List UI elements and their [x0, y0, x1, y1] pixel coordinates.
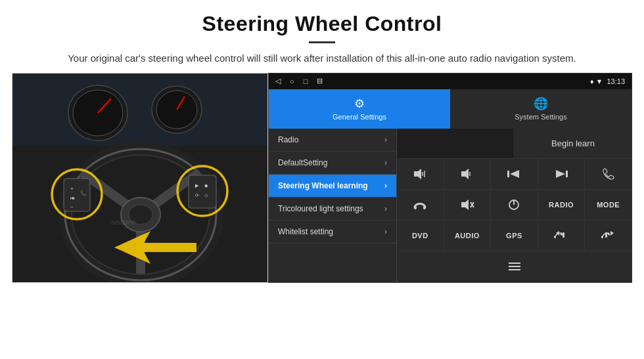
general-settings-icon: ⚙ — [354, 96, 365, 111]
svg-text:−: − — [467, 178, 470, 180]
nav-recent-icon[interactable]: □ — [304, 77, 308, 85]
nav-buttons: ◁ ○ □ ⊟ — [275, 77, 323, 85]
menu-panel: Radio › DefaultSetting › Steering Wheel … — [269, 129, 397, 282]
call-prev-icon — [554, 230, 568, 241]
svg-rect-49 — [554, 236, 556, 238]
svg-text:+: + — [419, 178, 423, 180]
menu-item-steering[interactable]: Steering Wheel learning › — [269, 175, 396, 198]
page-container: Steering Wheel Control Your original car… — [0, 0, 644, 289]
menu-list-button[interactable] — [397, 251, 632, 282]
menu-steering-label: Steering Wheel learning — [278, 181, 384, 190]
system-settings-icon: 🌐 — [534, 96, 548, 111]
control-row-4 — [397, 251, 632, 282]
status-indicators: ♦ ▼ 13:13 — [590, 77, 625, 85]
svg-rect-57 — [509, 263, 520, 264]
menu-whitelist-label: Whitelist setting — [278, 227, 384, 236]
android-ui-panel: ◁ ○ □ ⊟ ♦ ▼ 13:13 ⚙ General Settings 🌐 — [268, 73, 632, 283]
svg-rect-40 — [566, 171, 568, 177]
audio-button[interactable]: AUDIO — [444, 221, 492, 251]
svg-text:⏮: ⏮ — [70, 196, 75, 200]
control-row-3: DVD AUDIO GPS — [397, 221, 632, 251]
volume-down-button[interactable]: − — [444, 159, 492, 189]
dvd-button[interactable]: DVD — [397, 221, 444, 251]
svg-rect-58 — [509, 266, 520, 267]
status-bar: ◁ ○ □ ⊟ ♦ ▼ 13:13 — [269, 74, 632, 89]
svg-marker-56 — [610, 231, 614, 236]
menu-tricoloured-label: Tricoloured light settings — [278, 204, 384, 213]
call-prev-button[interactable] — [538, 221, 586, 251]
menu-item-tricoloured[interactable]: Tricoloured light settings › — [269, 198, 396, 221]
menu-item-whitelist[interactable]: Whitelist setting › — [269, 221, 396, 243]
hang-up-icon — [413, 199, 426, 211]
menu-default-label: DefaultSetting — [278, 158, 384, 167]
header-subtitle: Your original car's steering wheel contr… — [66, 51, 578, 66]
menu-radio-chevron: › — [384, 135, 387, 144]
prev-track-button[interactable] — [491, 159, 538, 189]
svg-rect-43 — [423, 206, 426, 209]
tab-system-label: System Settings — [515, 113, 566, 121]
prev-track-icon — [507, 169, 520, 179]
power-icon — [508, 199, 520, 211]
hang-up-button[interactable] — [397, 190, 444, 220]
control-grid: + − — [397, 159, 632, 282]
menu-radio-label: Radio — [278, 135, 384, 144]
power-button[interactable] — [491, 190, 538, 220]
svg-text:⟳: ⟳ — [195, 193, 199, 198]
nav-home-icon[interactable]: ○ — [290, 77, 294, 85]
tab-system-settings[interactable]: 🌐 System Settings — [450, 89, 632, 129]
list-icon — [507, 261, 522, 272]
car-steering-wheel-image: + ⏮ − 📞 ▶ ◆ ⟳ ◇ seicane — [12, 74, 268, 283]
nav-cast-icon[interactable]: ⊟ — [317, 77, 323, 85]
svg-marker-39 — [510, 170, 519, 178]
next-track-button[interactable] — [538, 159, 586, 189]
mute-button[interactable] — [444, 190, 492, 220]
nav-back-icon[interactable]: ◁ — [275, 77, 281, 85]
svg-rect-1 — [12, 74, 268, 152]
gps-button[interactable]: GPS — [491, 221, 538, 251]
svg-rect-51 — [563, 232, 564, 238]
content-area: + ⏮ − 📞 ▶ ◆ ⟳ ◇ seicane — [0, 73, 644, 289]
svg-rect-42 — [414, 206, 417, 209]
main-content: Radio › DefaultSetting › Steering Wheel … — [269, 129, 632, 282]
call-next-icon — [601, 230, 616, 241]
svg-rect-59 — [509, 269, 520, 270]
control-empty-cell — [397, 129, 515, 158]
header-section: Steering Wheel Control Your original car… — [0, 0, 644, 73]
menu-default-chevron: › — [384, 158, 387, 167]
svg-rect-38 — [507, 171, 509, 177]
tab-general-label: General Settings — [333, 113, 386, 121]
volume-up-button[interactable]: + — [397, 159, 444, 189]
next-track-icon — [555, 169, 568, 179]
car-image-panel: + ⏮ − 📞 ▶ ◆ ⟳ ◇ seicane — [12, 73, 268, 283]
control-top-row: Begin learn — [397, 129, 632, 159]
page-title: Steering Wheel Control — [26, 12, 618, 36]
menu-item-default[interactable]: DefaultSetting › — [269, 152, 396, 175]
menu-steering-chevron: › — [384, 181, 387, 190]
svg-text:+: + — [70, 186, 74, 192]
tab-bar: ⚙ General Settings 🌐 System Settings — [269, 89, 632, 129]
menu-item-radio[interactable]: Radio › — [269, 129, 396, 152]
time-display: 13:13 — [607, 77, 625, 85]
svg-rect-22 — [189, 175, 216, 208]
menu-tricoloured-chevron: › — [384, 204, 387, 213]
mode-button[interactable]: MODE — [585, 190, 632, 220]
svg-text:📞: 📞 — [80, 190, 87, 196]
tab-general-settings[interactable]: ⚙ General Settings — [269, 89, 450, 129]
control-row-1: + − — [397, 159, 632, 190]
svg-marker-41 — [556, 170, 565, 178]
begin-learn-button[interactable]: Begin learn — [515, 129, 632, 158]
svg-marker-44 — [461, 200, 469, 210]
control-panel: Begin learn + — [397, 129, 632, 282]
call-next-button[interactable] — [585, 221, 632, 251]
call-icon — [603, 168, 614, 180]
mute-icon — [460, 199, 474, 211]
vol-down-icon: − — [460, 168, 474, 180]
control-row-2: RADIO MODE — [397, 190, 632, 221]
call-button[interactable] — [585, 159, 632, 189]
svg-rect-53 — [601, 236, 603, 238]
gps-status-icon: ♦ ▼ — [590, 77, 603, 85]
menu-whitelist-chevron: › — [384, 227, 387, 236]
svg-text:seicane: seicane — [111, 218, 136, 226]
radio-mode-button[interactable]: RADIO — [538, 190, 586, 220]
title-divider — [309, 41, 335, 43]
